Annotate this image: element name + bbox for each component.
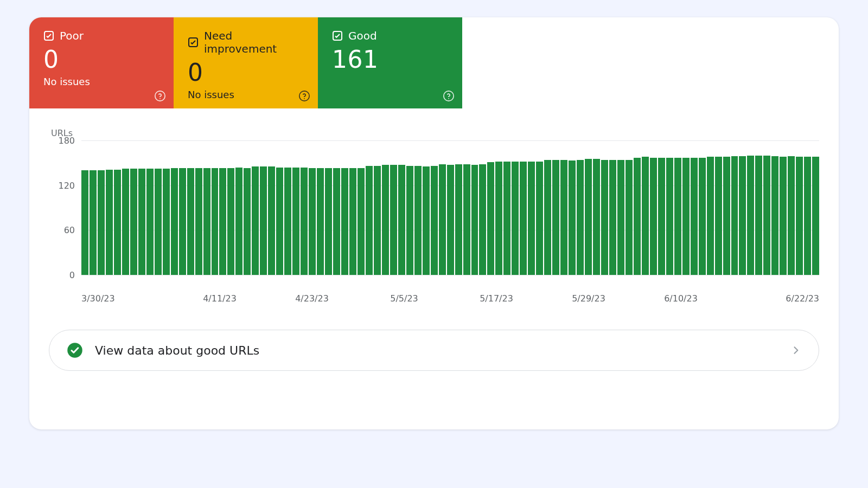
view-good-urls-link[interactable]: View data about good URLs [49,330,819,371]
chart-bar[interactable] [163,169,170,275]
chart-bar[interactable] [780,157,787,275]
chart-bar[interactable] [317,168,324,275]
chart-bar[interactable] [333,168,340,275]
chart-bar[interactable] [244,168,251,275]
chart-bar[interactable] [804,157,811,275]
chart-bar[interactable] [682,158,690,275]
chart-bar[interactable] [235,168,242,275]
chart-bar[interactable] [187,168,194,275]
chart-bar[interactable] [731,156,738,275]
chart-bar[interactable] [374,166,381,275]
chart-bar[interactable] [260,166,267,275]
chart-bar[interactable] [528,162,535,275]
tile-poor[interactable]: Poor 0 No issues [29,17,174,108]
chart-bar[interactable] [601,160,608,275]
chart-bar[interactable] [577,160,584,275]
tile-good[interactable]: Good 161 [318,17,462,108]
chart-bar[interactable] [219,168,226,275]
chart-bar[interactable] [382,165,389,275]
chart-bar[interactable] [341,168,348,275]
chart-bar[interactable] [691,158,698,275]
chart-bar[interactable] [325,168,332,275]
chart-bar[interactable] [503,162,510,275]
chart-bar[interactable] [626,160,633,275]
chart-bar[interactable] [366,166,373,275]
help-icon[interactable] [154,90,166,102]
chart-bar[interactable] [642,157,649,275]
chart-bar[interactable] [90,170,97,275]
chart-bar[interactable] [723,157,730,275]
chart-bar[interactable] [349,168,356,275]
chart-bar[interactable] [552,160,559,275]
chart-bar[interactable] [812,157,819,275]
chart-bar[interactable] [609,160,616,275]
chart-bar[interactable] [406,166,413,275]
chart-bar[interactable] [122,169,129,275]
chart-bar[interactable] [560,160,567,275]
chart-bar[interactable] [512,162,519,275]
x-tick-label: 6/22/23 [727,293,819,304]
chart-bar[interactable] [431,166,438,275]
chart-plot[interactable] [81,140,819,275]
chart-bar[interactable] [520,162,527,275]
chart-bar[interactable] [268,166,275,275]
chart-bar[interactable] [674,158,681,275]
chart-bar[interactable] [146,169,154,275]
chart-bar[interactable] [544,160,551,275]
chart-bar[interactable] [447,165,454,275]
chart-bar[interactable] [398,165,405,275]
chart-bar[interactable] [487,162,494,275]
chart-bar[interactable] [292,168,299,275]
chart-bar[interactable] [771,156,778,275]
chart-bar[interactable] [138,169,145,275]
chart-bar[interactable] [715,157,722,275]
chart-bar[interactable] [634,158,641,275]
chart-bar[interactable] [699,158,706,275]
chart-bar[interactable] [755,156,762,275]
chart-bar[interactable] [593,159,600,275]
chart-bar[interactable] [650,158,657,275]
help-icon[interactable] [298,90,310,102]
chart-bar[interactable] [463,164,470,275]
chart-bar[interactable] [585,159,592,275]
chart-bar[interactable] [707,157,714,275]
chart-bar[interactable] [203,168,210,275]
chart-bar[interactable] [358,168,365,275]
chart-bar[interactable] [788,156,795,275]
chart-bar[interactable] [171,168,178,275]
chart-bar[interactable] [495,162,502,275]
chart-bar[interactable] [471,165,478,275]
chart-bar[interactable] [423,166,430,275]
chart-bar[interactable] [155,169,162,275]
chart-bar[interactable] [81,170,88,275]
chart-bar[interactable] [763,156,770,275]
tile-need-improvement[interactable]: Need improvement 0 No issues [174,17,318,108]
chart-bar[interactable] [106,170,113,275]
help-icon[interactable] [443,90,455,102]
chart-bar[interactable] [666,158,673,275]
chart-bar[interactable] [130,169,137,275]
chart-bar[interactable] [98,170,105,275]
chart-bar[interactable] [252,166,259,275]
chart-bar[interactable] [796,157,803,275]
chart-bar[interactable] [309,168,316,275]
chart-bar[interactable] [747,156,754,275]
chart-bar[interactable] [227,168,234,275]
chart-bar[interactable] [658,158,665,275]
chart-bar[interactable] [179,168,186,275]
chart-bar[interactable] [212,168,219,275]
chart-bar[interactable] [195,168,202,275]
chart-bar[interactable] [390,165,397,275]
chart-bar[interactable] [301,168,308,275]
chart-bar[interactable] [284,168,291,275]
chart-bar[interactable] [536,162,543,275]
chart-bar[interactable] [276,168,283,275]
chart-bar[interactable] [479,164,486,275]
chart-bar[interactable] [414,166,422,275]
chart-bar[interactable] [114,170,121,275]
chart-bar[interactable] [617,160,624,275]
chart-bar[interactable] [739,156,746,275]
chart-bar[interactable] [455,164,462,275]
chart-bar[interactable] [439,164,446,275]
chart-bar[interactable] [569,160,576,275]
